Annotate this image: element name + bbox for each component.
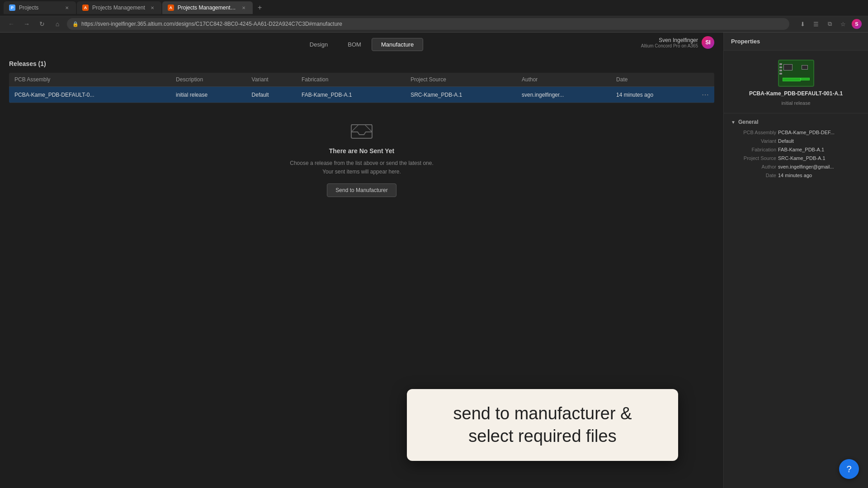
nav-tab-design[interactable]: Design [300,38,337,51]
tab-close-btn-3[interactable]: ✕ [240,4,247,11]
col-variant[interactable]: Variant [246,73,296,87]
tooltip-overlay: send to manufacturer &select required fi… [407,389,678,461]
tab-close-btn[interactable]: ✕ [63,4,71,11]
forward-btn[interactable]: → [21,18,33,30]
col-description[interactable]: Description [170,73,246,87]
cell-pcb-assembly: PCBA-Kame_PDB-DEFAULT-0... [9,87,170,103]
tab-projects-mgmt-manu[interactable]: A Projects Management - Manu... ✕ [162,1,253,14]
prop-label-project-source: Project Source [731,155,776,161]
prop-value-pcb-assembly: PCBA-Kame_PDB-DEF... [778,130,861,135]
new-tab-btn[interactable]: + [254,1,266,14]
pcb-bar-component [783,78,801,81]
tab-close-btn-2[interactable]: ✕ [149,4,156,11]
tab-bar: P Projects ✕ A Projects Management ✕ A P… [0,0,868,16]
user-subtitle: Altium Concord Pro on A365 [641,43,698,48]
right-panel: Properties [723,33,868,488]
download-btn[interactable]: ⬇ [797,18,808,30]
back-btn[interactable]: ← [5,18,17,30]
prop-label-date: Date [731,173,776,178]
tab-favicon: P [9,5,15,11]
prop-label-fabrication: Fabrication [731,147,776,152]
pcb-preview [778,60,814,87]
table-row[interactable]: PCBA-Kame_PDB-DEFAULT-0... initial relea… [9,87,714,103]
top-nav: Sven Ingelfinger Altium Concord Pro on A… [0,33,723,56]
prop-author: Author sven.ingelfinger@gmail... [731,164,861,169]
col-pcb-assembly[interactable]: PCB Assembly [9,73,170,87]
user-name: Sven Ingelfinger [641,37,698,43]
pcb-connectors-left [779,61,783,80]
prop-value-date: 14 minutes ago [778,173,861,178]
prop-pcb-assembly: PCB Assembly PCBA-Kame_PDB-DEF... [731,130,861,135]
cell-project-source: SRC-Kame_PDB-A.1 [405,87,516,103]
pcb-bar2-component [801,78,810,80]
prop-fabrication: Fabrication FAB-Kame_PDB-A.1 [731,147,861,152]
prop-label-variant: Variant [731,138,776,144]
pcb-chip2-component [802,65,808,70]
user-name-area: Sven Ingelfinger Altium Concord Pro on A… [641,37,698,48]
prop-label-author: Author [731,164,776,169]
cell-row-actions[interactable]: ⋯ [696,87,714,103]
panel-preview: PCBA-Kame_PDB-DEFAULT-001-A.1 initial re… [724,51,868,113]
empty-state: There are No Sent Yet Choose a release f… [9,103,714,215]
prop-value-author: sven.ingelfinger@gmail... [778,164,861,169]
col-fabrication[interactable]: Fabrication [296,73,405,87]
reload-btn[interactable]: ↻ [36,18,48,30]
col-actions [696,73,714,87]
tab-favicon-3: A [168,5,174,11]
preview-name: PCBA-Kame_PDB-DEFAULT-001-A.1 [749,90,843,97]
cell-variant: Default [246,87,296,103]
empty-title: There are No Sent Yet [329,147,394,155]
preview-desc: initial release [781,100,810,106]
user-area: Sven Ingelfinger Altium Concord Pro on A… [641,36,714,49]
tab-projects[interactable]: P Projects ✕ [4,1,76,14]
pcb-board [778,60,814,87]
profile-btn[interactable]: S [851,18,863,30]
prop-variant: Variant Default [731,138,861,144]
row-actions-icon[interactable]: ⋯ [702,91,709,99]
tab-projects-mgmt[interactable]: A Projects Management ✕ [77,1,161,14]
cell-description: initial release [170,87,246,103]
nav-tab-bom[interactable]: BOM [338,38,371,51]
panel-header: Properties [724,33,868,51]
prop-label-pcb-assembly: PCB Assembly [731,130,776,135]
col-date[interactable]: Date [611,73,696,87]
releases-title: Releases (1) [9,56,714,71]
cell-author: sven.ingelfinger... [516,87,611,103]
col-author[interactable]: Author [516,73,611,87]
tab-favicon-2: A [82,5,89,11]
avatar[interactable]: SI [702,36,714,49]
pcb-chip-component [783,64,793,70]
releases-table: PCB Assembly Description Variant Fabrica… [9,73,714,103]
empty-inbox-icon [350,121,373,139]
col-project-source[interactable]: Project Source [405,73,516,87]
tooltip-text: send to manufacturer &select required fi… [425,403,660,447]
cell-date: 14 minutes ago [611,87,696,103]
address-bar[interactable]: 🔒 https://sven-ingelfinger.365.altium.co… [67,18,789,30]
section-title: ▼ General [731,119,861,125]
prop-value-fabrication: FAB-Kame_PDB-A.1 [778,147,861,152]
prop-date: Date 14 minutes ago [731,173,861,178]
extensions-btn[interactable]: ☰ [810,18,822,30]
prop-value-variant: Default [778,138,861,144]
support-button[interactable]: ? [839,459,859,479]
prop-project-source: Project Source SRC-Kame_PDB-A.1 [731,155,861,161]
cell-fabrication: FAB-Kame_PDB-A.1 [296,87,405,103]
address-bar-row: ← → ↻ ⌂ 🔒 https://sven-ingelfinger.365.a… [0,16,868,33]
properties-section: ▼ General PCB Assembly PCBA-Kame_PDB-DEF… [724,113,868,187]
send-to-manufacturer-button[interactable]: Send to Manufacturer [327,183,396,197]
nav-tab-manufacture[interactable]: Manufacture [372,38,423,51]
chevron-down-icon: ▼ [731,120,736,125]
browser-actions: ⬇ ☰ ⧉ ☆ S [797,18,863,30]
tab-label: Projects [19,5,60,11]
prop-value-project-source: SRC-Kame_PDB-A.1 [778,155,861,161]
bookmark-btn[interactable]: ☆ [837,18,849,30]
tab-label-2: Projects Management [92,5,145,11]
browser-chrome: P Projects ✕ A Projects Management ✕ A P… [0,0,868,33]
tab-label-3: Projects Management - Manu... [178,5,236,11]
home-btn[interactable]: ⌂ [52,18,63,30]
lock-icon: 🔒 [72,21,79,27]
cast-btn[interactable]: ⧉ [824,18,835,30]
empty-desc: Choose a release from the list above or … [290,159,434,176]
url-text: https://sven-ingelfinger.365.altium.com/… [81,21,784,27]
